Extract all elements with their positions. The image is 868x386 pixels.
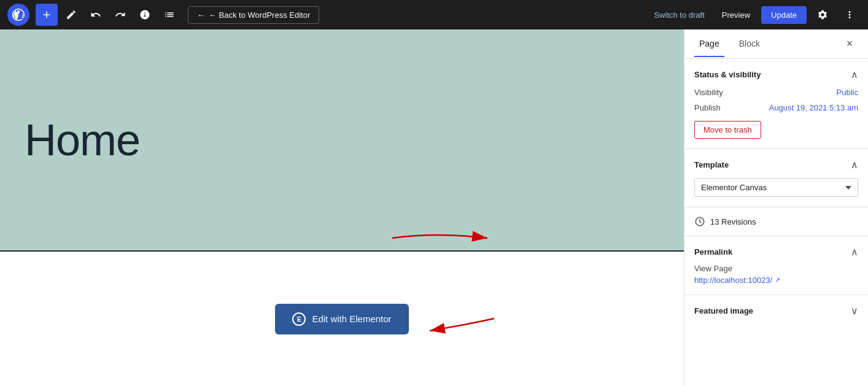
permalink-view-label: View Page — [694, 264, 858, 273]
more-options-button[interactable] — [839, 4, 861, 26]
back-to-wordpress-button[interactable]: ← ← Back to WordPress Editor — [188, 6, 319, 24]
tab-page[interactable]: Page — [694, 31, 724, 57]
gear-icon — [817, 9, 828, 20]
status-visibility-section: Status & visibility ∧ Visibility Public … — [684, 59, 868, 149]
external-link-icon: ↗ — [775, 276, 780, 284]
template-toggle-icon: ∧ — [851, 159, 858, 171]
wordpress-icon — [11, 7, 26, 22]
list-view-icon — [164, 9, 175, 20]
template-header[interactable]: Template ∧ — [694, 159, 858, 171]
permalink-toggle-icon: ∧ — [851, 246, 858, 258]
sidebar-tabs: Page Block × — [684, 29, 868, 59]
permalink-header[interactable]: Permalink ∧ — [694, 246, 858, 258]
redo-button[interactable] — [109, 4, 131, 26]
template-section: Template ∧ Elementor Canvas Default Temp… — [684, 149, 868, 207]
permalink-section: Permalink ∧ View Page http://localhost:1… — [684, 236, 868, 295]
back-button-label: ← Back to WordPress Editor — [209, 10, 310, 20]
featured-image-header[interactable]: Featured image ∨ — [694, 305, 858, 317]
undo-button[interactable] — [85, 4, 107, 26]
permalink-link[interactable]: http://localhost:10023/ ↗ — [694, 276, 858, 285]
move-to-trash-button[interactable]: Move to trash — [694, 121, 761, 139]
status-visibility-toggle-icon: ∧ — [851, 69, 858, 80]
update-button[interactable]: Update — [761, 6, 807, 24]
permalink-url: http://localhost:10023/ — [694, 276, 772, 285]
sidebar: Page Block × Status & visibility ∧ Visib… — [684, 29, 868, 386]
undo-icon — [90, 9, 101, 20]
back-arrow-icon: ← — [197, 10, 205, 20]
canvas-home-title: Home — [25, 115, 140, 165]
edit-with-elementor-button[interactable]: E Edit with Elementor — [275, 304, 408, 334]
pencil-icon — [66, 9, 77, 20]
canvas-content: Home E Edit with Elementor — [0, 29, 684, 386]
template-title: Template — [694, 160, 729, 169]
canvas-area: Home E Edit with Elementor — [0, 29, 684, 386]
featured-image-section: Featured image ∨ — [684, 295, 868, 326]
template-select[interactable]: Elementor Canvas Default Template Elemen… — [694, 178, 858, 197]
publish-label: Publish — [694, 103, 721, 112]
elementor-icon: E — [292, 312, 306, 326]
info-icon — [139, 9, 150, 20]
main-layout: Home E Edit with Elementor — [0, 29, 868, 386]
visibility-label: Visibility — [694, 88, 723, 97]
more-vertical-icon — [844, 9, 855, 20]
revisions-label: 13 Revisions — [710, 217, 756, 226]
publish-value[interactable]: August 19, 2021 5:13 am — [769, 103, 858, 112]
featured-image-title: Featured image — [694, 306, 753, 315]
canvas-bottom-section: E Edit with Elementor — [0, 252, 684, 386]
preview-button[interactable]: Preview — [716, 7, 756, 23]
clock-icon — [694, 216, 705, 227]
visibility-row: Visibility Public — [694, 88, 858, 97]
wp-logo[interactable] — [7, 4, 29, 26]
visibility-value[interactable]: Public — [837, 88, 858, 97]
featured-image-toggle-icon: ∨ — [851, 305, 858, 317]
add-block-button[interactable] — [36, 4, 58, 26]
list-view-button[interactable] — [158, 4, 180, 26]
sidebar-close-button[interactable]: × — [841, 36, 858, 53]
tab-block[interactable]: Block — [734, 31, 765, 57]
settings-gear-button[interactable] — [812, 4, 834, 26]
edit-tools-button[interactable] — [60, 4, 82, 26]
permalink-title: Permalink — [694, 247, 732, 257]
switch-to-draft-button[interactable]: Switch to draft — [648, 7, 710, 23]
publish-row: Publish August 19, 2021 5:13 am — [694, 103, 858, 112]
revisions-section[interactable]: 13 Revisions — [684, 207, 868, 236]
status-visibility-title: Status & visibility — [694, 70, 761, 79]
info-button[interactable] — [134, 4, 156, 26]
plus-icon — [41, 9, 52, 20]
edit-elementor-label: Edit with Elementor — [312, 314, 391, 324]
status-visibility-header[interactable]: Status & visibility ∧ — [694, 69, 858, 80]
canvas-hero-section: Home — [0, 29, 684, 250]
toolbar-right-actions: Switch to draft Preview Update — [648, 4, 861, 26]
toolbar: ← ← Back to WordPress Editor Switch to d… — [0, 0, 868, 29]
redo-icon — [115, 9, 126, 20]
